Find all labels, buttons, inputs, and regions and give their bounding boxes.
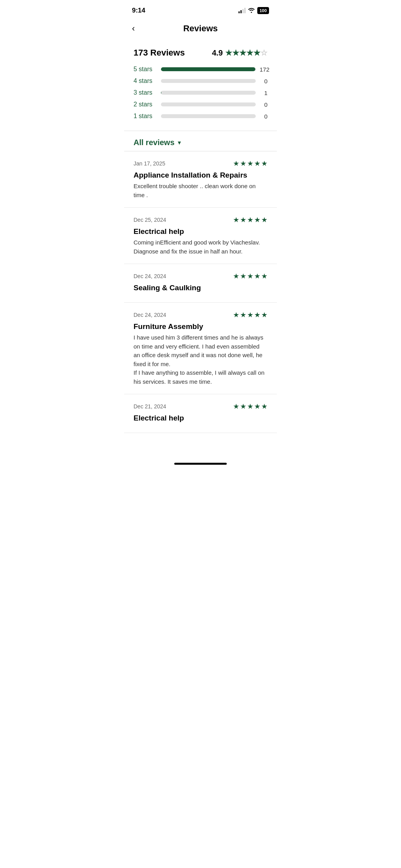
star-bar-label: 4 stars: [134, 77, 157, 84]
star-bars: 5 stars1724 stars03 stars12 stars01 star…: [134, 66, 267, 120]
star-bar-count: 0: [260, 78, 267, 84]
review-date: Dec 25, 2024: [134, 217, 166, 223]
page-title: Reviews: [183, 23, 218, 34]
star-icon: ★: [233, 402, 239, 411]
review-item: Jan 17, 2025★★★★★Appliance Installation …: [124, 151, 277, 208]
star-icon: ★: [254, 216, 260, 224]
back-button[interactable]: ‹: [132, 23, 135, 34]
review-title: Electrical help: [134, 227, 267, 236]
review-title: Electrical help: [134, 414, 267, 422]
review-body: I have used him 3 different times and he…: [134, 333, 267, 386]
star-icon: ★: [261, 402, 267, 411]
home-indicator-container: [124, 456, 277, 471]
star-icon: ★: [240, 216, 246, 224]
star-bar-label: 1 stars: [134, 113, 157, 120]
star-bar-fill: [161, 67, 255, 71]
status-time: 9:14: [132, 7, 145, 14]
star-icon: ★: [261, 272, 267, 280]
star-bar-track: [161, 67, 256, 71]
review-title: Furniture Assembly: [134, 322, 267, 331]
status-icons: 100: [238, 7, 269, 14]
star-icon: ★: [247, 216, 253, 224]
review-meta: Dec 25, 2024★★★★★: [134, 216, 267, 224]
star-icon: ★: [254, 159, 260, 168]
star-bar-count: 172: [260, 66, 267, 73]
review-date: Jan 17, 2025: [134, 160, 165, 167]
star-bar-label: 2 stars: [134, 101, 157, 108]
star-icon: ★: [233, 311, 239, 319]
overall-stars: ★ ★ ★ ★ ★ ☆: [225, 48, 267, 58]
star-bar-label: 3 stars: [134, 89, 157, 96]
star-icon: ★: [247, 311, 253, 319]
star-icon: ★: [247, 159, 253, 168]
star-icon: ★: [247, 272, 253, 280]
star-bar-row: 4 stars0: [134, 77, 267, 84]
review-stars: ★★★★★: [233, 272, 267, 280]
status-bar: 9:14 100: [124, 0, 277, 19]
review-item: Dec 24, 2024★★★★★Sealing & Caulking: [124, 264, 277, 303]
rating-score: 4.9 ★ ★ ★ ★ ★ ☆: [212, 48, 267, 58]
home-indicator: [174, 463, 227, 465]
star-icon: ★: [240, 311, 246, 319]
star-icon: ★: [247, 402, 253, 411]
review-title: Sealing & Caulking: [134, 284, 267, 292]
chevron-down-icon: ▾: [178, 139, 181, 146]
all-reviews-label: All reviews: [134, 138, 175, 147]
star-bar-track: [161, 102, 256, 106]
star-bar-track: [161, 114, 256, 118]
star-bar-track: [161, 79, 256, 83]
star-icon: ★: [261, 311, 267, 319]
review-stars: ★★★★★: [233, 402, 267, 411]
star-icon: ★: [240, 272, 246, 280]
star-icon: ★: [233, 272, 239, 280]
review-body: Excellent trouble shooter .. clean work …: [134, 182, 267, 199]
star-bar-count: 0: [260, 113, 267, 120]
review-date: Dec 24, 2024: [134, 273, 166, 279]
star-icon: ★: [233, 159, 239, 168]
star-bar-count: 0: [260, 101, 267, 108]
signal-icon: [238, 8, 246, 13]
star-icon: ★: [254, 311, 260, 319]
all-reviews-filter[interactable]: All reviews ▾: [124, 131, 277, 151]
rating-summary: 173 Reviews 4.9 ★ ★ ★ ★ ★ ☆ 5 stars1724 …: [124, 40, 277, 131]
review-meta: Dec 24, 2024★★★★★: [134, 272, 267, 280]
rating-top: 173 Reviews 4.9 ★ ★ ★ ★ ★ ☆: [134, 48, 267, 58]
star-bar-count: 1: [260, 90, 267, 96]
review-stars: ★★★★★: [233, 311, 267, 319]
star-icon: ★: [240, 159, 246, 168]
star-bar-track: [161, 91, 256, 95]
battery-icon: 100: [257, 7, 269, 14]
review-item: Dec 21, 2024★★★★★Electrical help: [124, 394, 277, 433]
review-item: Dec 24, 2024★★★★★Furniture AssemblyI hav…: [124, 303, 277, 394]
star-icon: ★: [254, 272, 260, 280]
review-date: Dec 21, 2024: [134, 403, 166, 410]
star-bar-row: 5 stars172: [134, 66, 267, 73]
star-icon: ★: [261, 216, 267, 224]
star-bar-fill: [161, 91, 161, 95]
review-date: Dec 24, 2024: [134, 312, 166, 318]
page-header: ‹ Reviews: [124, 19, 277, 40]
review-title: Appliance Installation & Repairs: [134, 171, 267, 180]
star-bar-row: 1 stars0: [134, 113, 267, 120]
star-icon: ★: [233, 216, 239, 224]
review-meta: Dec 21, 2024★★★★★: [134, 402, 267, 411]
reviews-list: Jan 17, 2025★★★★★Appliance Installation …: [124, 151, 277, 433]
review-item: Dec 25, 2024★★★★★Electrical helpComing i…: [124, 208, 277, 264]
review-count: 173 Reviews: [134, 48, 185, 58]
wifi-icon: [248, 7, 255, 14]
review-stars: ★★★★★: [233, 159, 267, 168]
star-bar-row: 2 stars0: [134, 101, 267, 108]
star-icon: ★: [254, 402, 260, 411]
star-bar-row: 3 stars1: [134, 89, 267, 96]
star-icon: ★: [240, 402, 246, 411]
review-meta: Jan 17, 2025★★★★★: [134, 159, 267, 168]
review-stars: ★★★★★: [233, 216, 267, 224]
review-meta: Dec 24, 2024★★★★★: [134, 311, 267, 319]
star-icon: ★: [261, 159, 267, 168]
star-bar-label: 5 stars: [134, 66, 157, 73]
review-body: Coming inEfficient and good work by Viac…: [134, 238, 267, 256]
